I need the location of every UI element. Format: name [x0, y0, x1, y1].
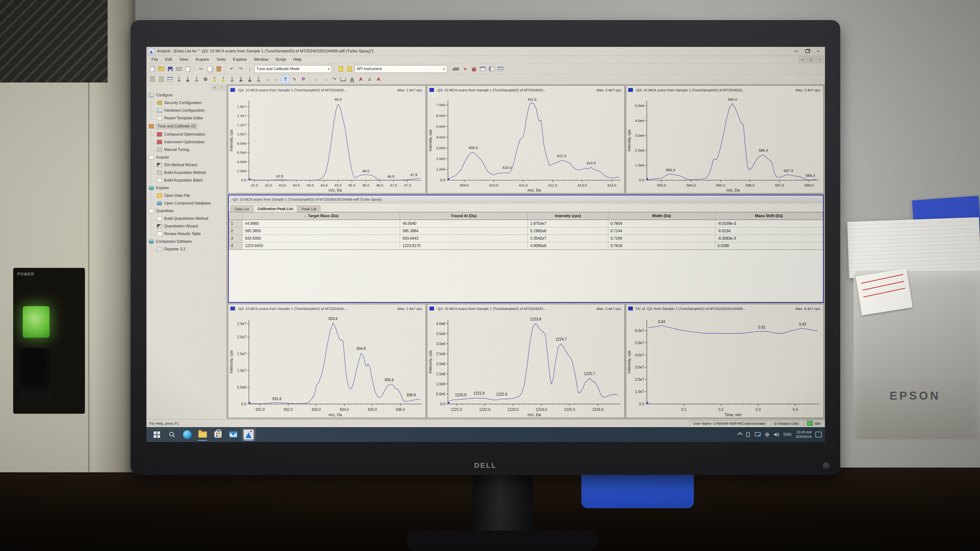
table-cell[interactable]: 585.3850 [243, 227, 400, 235]
chart-panel-q3-45[interactable]: -Q3: 10 MCA scans from Sample 1 (TuneSam… [228, 86, 426, 194]
annotate-icon[interactable]: A [374, 75, 383, 83]
undo-icon[interactable]: ↶ [228, 65, 236, 73]
download-icon[interactable]: ↓ [245, 65, 254, 73]
note-icon[interactable] [337, 65, 345, 73]
chart-panel-q3-585[interactable]: -Q3: 10 MCA scans from Sample 1 (TuneSam… [626, 86, 824, 194]
sidebar-item-build-acquisition-method[interactable]: Build Acquisition Method [146, 169, 226, 176]
note-back-icon[interactable] [148, 75, 156, 83]
pen-tool-icon[interactable]: ✎ [290, 75, 299, 83]
tray-expand-icon[interactable] [738, 432, 743, 437]
table-cell[interactable]: 0.7604 [608, 220, 715, 227]
balance-icon[interactable] [339, 75, 347, 83]
merge-icon[interactable]: ↔ [272, 75, 280, 83]
tray-network-icon[interactable]: ⊕ [765, 431, 770, 438]
notification-center-icon[interactable] [815, 432, 822, 437]
column-header-target-mass[interactable]: ↓ Target Mass (Da) [243, 212, 400, 220]
column-header-rownum[interactable] [229, 212, 243, 220]
table-cell[interactable]: 933.6360 [243, 235, 400, 242]
close-button[interactable]: × [813, 48, 823, 54]
redo-icon[interactable]: ↷ [237, 65, 245, 73]
column-header-width[interactable]: Width (Da) [608, 212, 715, 220]
table-cell[interactable]: 0.0280 [715, 242, 823, 250]
menu-edit[interactable]: Edit [162, 57, 176, 62]
table-cell[interactable]: 1.6753e7 [528, 220, 608, 227]
point-tool-icon[interactable]: P [299, 75, 307, 83]
tray-volume-icon[interactable] [773, 432, 780, 437]
minimize-button[interactable] [791, 48, 801, 54]
chart-select-icon[interactable] [628, 306, 633, 310]
menu-tools[interactable]: Tools [213, 57, 229, 62]
print-preview-icon[interactable] [184, 65, 192, 73]
sidebar-section-acquire[interactable]: Acquire [146, 154, 226, 161]
sidebar-section-tune-and-calibrate[interactable]: Tune and Calibrate (2) [146, 122, 226, 130]
sidebar-section-companion-software[interactable]: Companion Software [146, 238, 226, 245]
table-cell[interactable]: 2.3542e7 [528, 235, 608, 242]
sidebar-item-instrument-optimization[interactable]: Instrument Optimization [146, 138, 226, 146]
menu-window[interactable]: Window [250, 57, 272, 62]
sidebar-item-open-data-file[interactable]: Open Data File [146, 192, 226, 200]
save-icon[interactable] [166, 65, 174, 73]
instrument-select[interactable]: API Instrument ▾ [354, 65, 447, 73]
delete-icon[interactable]: × [461, 65, 469, 73]
table-row-number[interactable]: 1 [229, 220, 243, 227]
tab-peak-list[interactable]: Peak List [298, 205, 321, 212]
flask-icon[interactable] [184, 75, 192, 83]
flask-icon[interactable] [255, 75, 263, 83]
chart-select-icon[interactable] [430, 306, 434, 310]
sidebar-item-manual-tuning[interactable]: Manual Tuning [146, 146, 226, 154]
chart-panel-q3-1223[interactable]: -Q3: 10 MCA scans from Sample 1 (TuneSam… [427, 304, 625, 418]
language-indicator[interactable]: ENG [784, 432, 792, 437]
sidebar-item-hardware-configuration[interactable]: Hardware Configuration [146, 106, 226, 114]
sidebar-item-review-results-table[interactable]: Review Results Table [146, 230, 226, 238]
chart-plot[interactable]: 0.10.20.30.40.01.0e72.0e73.0e74.0e75.0e7… [626, 312, 823, 418]
compound-icon[interactable]: A [357, 75, 365, 83]
mdi-minimize-button[interactable] [799, 57, 806, 62]
flask-icon[interactable] [192, 75, 201, 83]
table-cell[interactable]: 44.9980 [243, 220, 400, 227]
probe-icon[interactable] [348, 75, 356, 83]
table-row-number[interactable]: 2 [229, 227, 243, 235]
flask-icon[interactable] [228, 75, 236, 83]
table-cell[interactable]: 0.7144 [608, 227, 715, 235]
info-grid-icon[interactable] [166, 75, 174, 83]
tile-windows-icon[interactable] [496, 65, 504, 73]
sidebar-item-reporter[interactable]: Reporter 3.2 [146, 245, 226, 253]
sidebar-item-open-compound-database[interactable]: Open Compound Database [146, 200, 226, 207]
text-tool-icon[interactable]: T [281, 75, 290, 83]
sidebar-item-report-template-editor[interactable]: Report Template Editor [146, 114, 226, 122]
table-row-number[interactable]: 3 [229, 235, 243, 242]
table-cell[interactable]: -8.3083e-3 [715, 235, 823, 242]
tab-calibration-peak-list[interactable]: Calibration Peak List [253, 205, 297, 212]
new-icon[interactable] [148, 65, 156, 73]
table-cell[interactable]: 0.7618 [608, 242, 715, 250]
sidebar-close-icon[interactable]: × [219, 85, 225, 91]
sidebar-pin-icon[interactable]: ▾ [212, 85, 218, 91]
menu-explore[interactable]: Explore [229, 57, 250, 62]
back-icon[interactable]: ← [312, 75, 321, 83]
microsoft-store-icon[interactable] [211, 428, 225, 441]
hourglass-flask-icon[interactable] [237, 75, 245, 83]
column-header-found-at[interactable]: Found At (Da) [400, 212, 528, 220]
table-row-number[interactable]: 4 [229, 242, 243, 250]
copy-icon[interactable] [206, 65, 214, 73]
menu-script[interactable]: Script [272, 57, 290, 62]
tray-phone-icon[interactable] [745, 432, 751, 437]
open-icon[interactable] [157, 65, 165, 73]
chart-select-icon[interactable] [430, 88, 434, 92]
table-cell[interactable]: -0.0134 [715, 227, 823, 235]
join-icon[interactable]: ↔ [263, 75, 272, 83]
print-icon[interactable] [175, 65, 183, 73]
start-button[interactable] [150, 428, 164, 441]
restore-button[interactable] [802, 48, 812, 54]
chart-panel-tic[interactable]: TIC of -Q3: from Sample 1 (TuneSampleID)… [626, 304, 824, 418]
table-cell[interactable]: 0.7194 [608, 235, 715, 242]
open-method-icon[interactable] [345, 65, 354, 73]
file-explorer-icon[interactable] [196, 428, 210, 441]
mdi-close-button[interactable]: × [816, 57, 824, 62]
edge-browser-icon[interactable] [180, 428, 194, 441]
mode-select[interactable]: Tune and Calibrate Mode ▾ [255, 65, 332, 73]
power-switch[interactable] [18, 348, 50, 399]
table-cell[interactable]: -6.0159e-3 [715, 220, 823, 227]
sphere-icon[interactable] [202, 75, 210, 83]
mdi-restore-button[interactable] [807, 57, 815, 62]
